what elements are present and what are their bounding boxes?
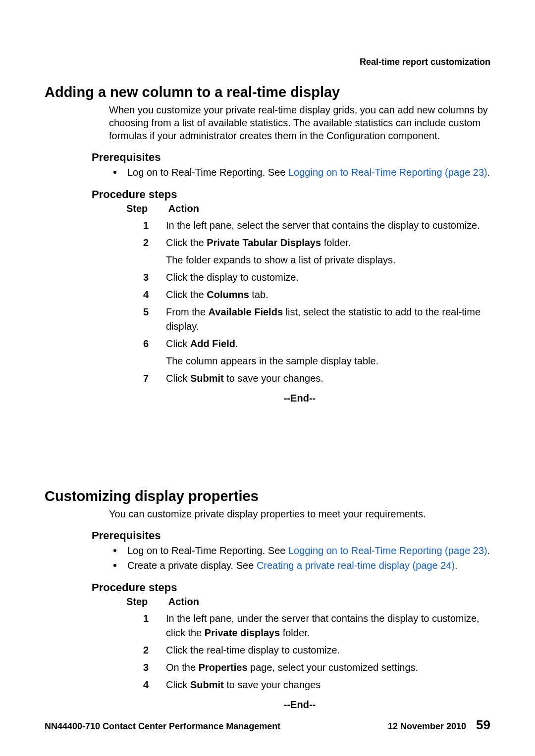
step-text-fragment: Click xyxy=(166,373,190,384)
action-label: Action xyxy=(168,596,199,607)
prereq-item: Log on to Real-Time Reporting. See Loggi… xyxy=(126,166,490,179)
step-action: From the Available Fields list, select t… xyxy=(166,305,490,334)
step-number: 3 xyxy=(126,270,166,285)
step-action: Click the Private Tabular Displays folde… xyxy=(166,236,490,250)
step-text-fragment: folder. xyxy=(321,237,351,248)
section2-intro: You can customize private display proper… xyxy=(109,507,490,520)
step-action: Click Submit to save your changes. xyxy=(166,371,490,386)
step-text-fragment: Click the xyxy=(166,289,207,300)
step-text-fragment: In the left pane, select the server that… xyxy=(166,220,480,231)
action-label: Action xyxy=(168,203,199,214)
footer-date: 12 November 2010 xyxy=(388,721,466,732)
procedure-step: 5From the Available Fields list, select … xyxy=(126,305,490,334)
prereq-item: Log on to Real-Time Reporting. See Loggi… xyxy=(126,544,490,557)
bullet-icon xyxy=(113,171,116,174)
step-number: 4 xyxy=(126,288,166,302)
step-number: 2 xyxy=(126,236,166,250)
step-result: The column appears in the sample display… xyxy=(166,354,490,368)
step-text-fragment: Click the display to customize. xyxy=(166,272,299,283)
cross-reference-link[interactable]: Logging on to Real-Time Reporting (page … xyxy=(288,545,487,556)
step-action: Click Submit to save your changes xyxy=(166,678,490,692)
section1-intro: When you customize your private real-tim… xyxy=(109,103,490,142)
step-number: 4 xyxy=(126,678,166,692)
procedure-step: 3Click the display to customize. xyxy=(126,270,490,285)
procedure-step: 1In the left pane, under the server that… xyxy=(126,611,490,640)
step-action: Click the display to customize. xyxy=(166,270,490,285)
step-action: Click Add Field. xyxy=(166,337,490,351)
procedure-step: 4Click the Columns tab. xyxy=(126,288,490,302)
step-number: 1 xyxy=(126,611,166,640)
prereq-text: Create a private display. See xyxy=(127,560,257,571)
step-action: Click the Columns tab. xyxy=(166,288,490,302)
prereq-text: . xyxy=(487,167,490,178)
bullet-icon xyxy=(113,564,116,567)
procedure-step: 7Click Submit to save your changes. xyxy=(126,371,490,386)
ui-element-name: Columns xyxy=(207,289,249,300)
step-action: In the left pane, select the server that… xyxy=(166,218,490,233)
section2-title: Customizing display properties xyxy=(45,488,490,504)
running-header: Real-time report customization xyxy=(360,57,490,67)
ui-element-name: Properties xyxy=(199,662,248,673)
ui-element-name: Private displays xyxy=(205,627,280,638)
step-action: Click the real-time display to customize… xyxy=(166,643,490,657)
step-text-fragment: to save your changes. xyxy=(224,373,323,384)
prereq-text: . xyxy=(455,560,458,571)
step-result: The folder expands to show a list of pri… xyxy=(166,253,490,267)
cross-reference-link[interactable]: Creating a private real-time display (pa… xyxy=(257,560,455,571)
step-text-fragment: On the xyxy=(166,662,199,673)
section2-proc-heading: Procedure steps xyxy=(92,581,490,594)
ui-element-name: Submit xyxy=(190,679,224,690)
step-header: Step Action xyxy=(126,596,490,607)
section2-prereq-heading: Prerequisites xyxy=(92,529,490,542)
step-text-fragment: to save your changes xyxy=(224,679,321,690)
prereq-item: Create a private display. See Creating a… xyxy=(126,559,490,572)
procedure-step: 4Click Submit to save your changes xyxy=(126,678,490,692)
prereq-text: Log on to Real-Time Reporting. See xyxy=(127,167,288,178)
ui-element-name: Private Tabular Displays xyxy=(207,237,321,248)
step-label: Step xyxy=(126,203,166,214)
ui-element-name: Add Field xyxy=(190,338,235,349)
step-number: 7 xyxy=(126,371,166,386)
step-action: In the left pane, under the server that … xyxy=(166,611,490,640)
prereq-text: . xyxy=(487,545,490,556)
step-text-fragment: folder. xyxy=(280,627,310,638)
step-text-fragment: From the xyxy=(166,306,209,317)
procedure-step: 2Click the Private Tabular Displays fold… xyxy=(126,236,490,250)
step-text-fragment: Click xyxy=(166,679,190,690)
step-text-fragment: page, select your customized settings. xyxy=(248,662,419,673)
procedure-step: 1In the left pane, select the server tha… xyxy=(126,218,490,233)
page: Real-time report customization Adding a … xyxy=(0,0,535,756)
footer-doc-id: NN44400-710 Contact Center Performance M… xyxy=(45,721,280,732)
step-text-fragment: . xyxy=(235,338,238,349)
procedure-step: 2Click the real-time display to customiz… xyxy=(126,643,490,657)
step-header: Step Action xyxy=(126,203,490,214)
step-text-fragment: Click the real-time display to customize… xyxy=(166,645,340,655)
bullet-icon xyxy=(113,549,116,552)
prereq-text: Log on to Real-Time Reporting. See xyxy=(127,545,288,556)
step-label: Step xyxy=(126,596,166,607)
step-text-fragment: Click xyxy=(166,338,190,349)
step-text-fragment: tab. xyxy=(249,289,268,300)
procedure-step: 6Click Add Field. xyxy=(126,337,490,351)
footer-page-number: 59 xyxy=(476,717,490,733)
cross-reference-link[interactable]: Logging on to Real-Time Reporting (page … xyxy=(288,167,487,178)
step-number: 5 xyxy=(126,305,166,334)
ui-element-name: Available Fields xyxy=(209,306,283,317)
step-action: On the Properties page, select your cust… xyxy=(166,660,490,675)
step-number: 1 xyxy=(126,218,166,233)
end-marker: --End-- xyxy=(109,699,490,710)
step-number: 6 xyxy=(126,337,166,351)
ui-element-name: Submit xyxy=(190,373,224,384)
step-text-fragment: Click the xyxy=(166,237,207,248)
section1-prereq-heading: Prerequisites xyxy=(92,151,490,164)
end-marker: --End-- xyxy=(109,393,490,404)
step-number: 3 xyxy=(126,660,166,675)
footer: NN44400-710 Contact Center Performance M… xyxy=(45,717,490,733)
procedure-step: 3On the Properties page, select your cus… xyxy=(126,660,490,675)
section1-title: Adding a new column to a real-time displ… xyxy=(45,84,490,101)
step-number: 2 xyxy=(126,643,166,657)
section1-proc-heading: Procedure steps xyxy=(92,188,490,201)
